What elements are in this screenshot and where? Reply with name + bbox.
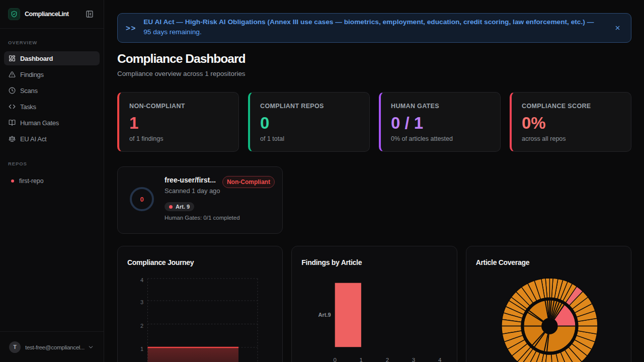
svg-text:4: 4 [140,277,143,283]
svg-text:3: 3 [412,357,415,362]
svg-text:Art.9: Art.9 [318,312,331,318]
svg-text:3: 3 [140,299,143,305]
svg-text:0: 0 [334,357,337,362]
svg-text:2: 2 [140,323,143,329]
svg-text:1: 1 [140,346,143,352]
svg-text:1: 1 [360,357,363,362]
svg-text:4: 4 [438,357,442,362]
svg-text:2: 2 [386,357,389,362]
